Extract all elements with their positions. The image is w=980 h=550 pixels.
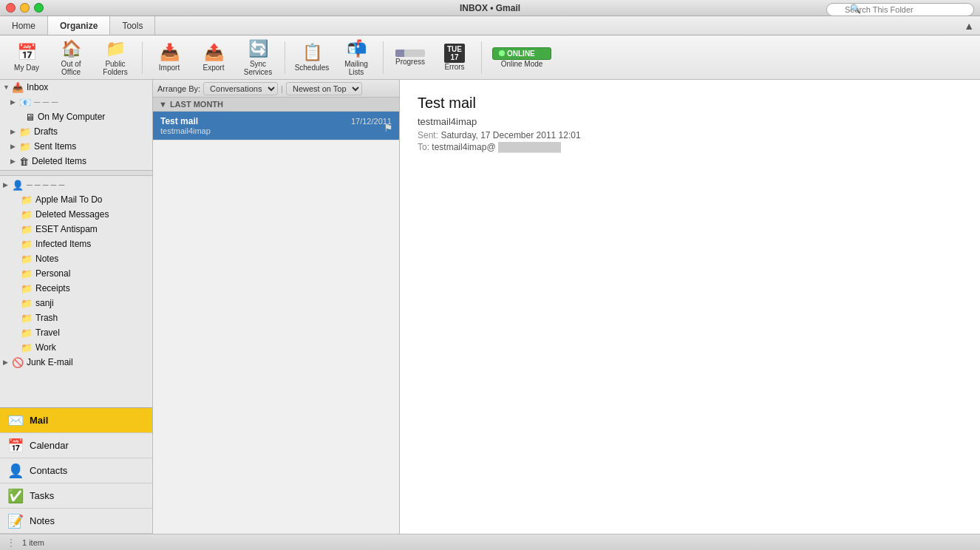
- nav-tasks[interactable]: ✅ Tasks: [0, 483, 152, 509]
- ribbon-public-folders-label: Public Folders: [96, 60, 135, 76]
- maximize-button[interactable]: [34, 3, 44, 13]
- ribbon-sync-services-button[interactable]: 🔄 Sync Services: [237, 38, 279, 77]
- group-label: ─ ─ ─ ─ ─: [27, 180, 64, 189]
- close-button[interactable]: [6, 3, 16, 13]
- nav-notes-label: Notes: [30, 515, 55, 526]
- collapse-ribbon-button[interactable]: ▲: [958, 16, 980, 35]
- nav-calendar[interactable]: 📅 Calendar: [0, 433, 152, 458]
- mail-nav-icon: ✉️: [7, 412, 24, 429]
- sidebar-item-notes-folder[interactable]: 📁 Notes: [0, 251, 152, 266]
- ribbon-import-label: Import: [159, 64, 180, 72]
- ribbon-sep-4: [481, 41, 482, 74]
- titlebar: INBOX • Gmail 🔍: [0, 0, 980, 16]
- notes-folder-label: Notes: [35, 254, 58, 264]
- sidebar-item-drafts[interactable]: ▶ 📁 Drafts: [0, 124, 152, 139]
- sidebar-item-infected[interactable]: 📁 Infected Items: [0, 237, 152, 251]
- message-item-1[interactable]: Test mail 17/12/2011 testmail4imap ⚑: [153, 112, 399, 140]
- export-icon: 📤: [204, 43, 224, 62]
- search-input[interactable]: [826, 3, 974, 16]
- ribbon: 📅 My Day 🏠 Out of Office 📁 Public Folder…: [0, 35, 980, 80]
- to-blurred: ██████████: [498, 142, 561, 152]
- preview-sent: Sent: Saturday, 17 December 2011 12:01: [418, 130, 962, 140]
- deleted-arrow: ▶: [10, 157, 18, 165]
- schedules-icon: 📋: [302, 43, 322, 62]
- inbox-icon: 📥: [12, 82, 24, 93]
- sidebar-item-deleted-items[interactable]: ▶ 🗑 Deleted Items: [0, 154, 152, 169]
- sidebar-item-exchange[interactable]: ▶ 📧 ─ ─ ─: [0, 95, 152, 109]
- inbox-arrow: ▼: [3, 84, 10, 91]
- sidebar-group-header[interactable]: ▶ 👤 ─ ─ ─ ─ ─: [0, 177, 152, 192]
- statusbar-grip-icon: ⋮: [6, 537, 16, 549]
- nav-mail[interactable]: ✉️ Mail: [0, 408, 152, 433]
- work-icon: 📁: [21, 342, 33, 353]
- search-bar: 🔍: [826, 3, 974, 16]
- deleted-items-label: Deleted Items: [32, 156, 86, 166]
- nav-tasks-label: Tasks: [30, 490, 54, 501]
- sidebar-item-apple-mail[interactable]: 📁 Apple Mail To Do: [0, 192, 152, 207]
- ribbon-my-day-label: My Day: [14, 64, 39, 72]
- group-icon: 👤: [12, 180, 24, 191]
- folder-group-separator: [0, 170, 152, 176]
- sidebar-item-on-my-computer[interactable]: 🖥 On My Computer: [0, 109, 152, 124]
- message-list-pane: Arrange By: Conversations | Newest on To…: [153, 80, 400, 534]
- ribbon-mailing-lists-button[interactable]: 📬 Mailing Lists: [336, 38, 377, 77]
- sidebar-item-deleted-messages[interactable]: 📁 Deleted Messages: [0, 207, 152, 222]
- sanji-icon: 📁: [21, 298, 33, 309]
- preview-to: To: testmail4imap@ ██████████: [418, 142, 962, 152]
- out-of-office-icon: 🏠: [61, 39, 81, 58]
- window-title: INBOX • Gmail: [460, 3, 520, 13]
- sidebar-item-eset[interactable]: 📁 ESET Antispam: [0, 222, 152, 237]
- ribbon-import-button[interactable]: 📥 Import: [149, 38, 190, 77]
- apple-mail-icon: 📁: [21, 194, 33, 206]
- statusbar: ⋮ 1 item: [0, 534, 980, 550]
- sidebar-item-junk[interactable]: ▶ 🚫 Junk E-mail: [0, 355, 152, 370]
- ribbon-my-day-button[interactable]: 📅 My Day: [6, 38, 47, 77]
- sidebar-item-inbox[interactable]: ▼ 📥 Inbox: [0, 80, 152, 95]
- drafts-arrow: ▶: [10, 128, 18, 135]
- ribbon-progress-button[interactable]: Progress: [389, 38, 431, 77]
- ribbon-sep-3: [383, 41, 384, 74]
- sidebar-item-receipts[interactable]: 📁 Receipts: [0, 281, 152, 296]
- arrange-by-select[interactable]: Conversations: [203, 82, 278, 95]
- receipts-icon: 📁: [21, 283, 33, 294]
- ribbon-errors-button[interactable]: TUE17 Errors: [434, 38, 475, 77]
- notes-folder-icon: 📁: [21, 254, 33, 265]
- junk-label: Junk E-mail: [27, 357, 73, 367]
- drafts-label: Drafts: [34, 126, 58, 137]
- sidebar-item-sent-items[interactable]: ▶ 📁 Sent Items: [0, 139, 152, 154]
- ribbon-export-button[interactable]: 📤 Export: [193, 38, 234, 77]
- ribbon-online-mode-button[interactable]: ONLINE Online Mode: [488, 38, 556, 77]
- travel-label: Travel: [35, 327, 60, 338]
- deleted-messages-label: Deleted Messages: [35, 209, 109, 220]
- sidebar-item-personal[interactable]: 📁 Personal: [0, 266, 152, 281]
- receipts-label: Receipts: [35, 283, 70, 293]
- sidebar-item-travel[interactable]: 📁 Travel: [0, 325, 152, 340]
- mailing-lists-icon: 📬: [347, 39, 367, 58]
- omc-icon: 🖥: [25, 112, 35, 123]
- tab-organize[interactable]: Organize: [48, 16, 110, 35]
- personal-label: Personal: [35, 268, 70, 279]
- nav-notes[interactable]: 📝 Notes: [0, 509, 152, 534]
- ribbon-schedules-button[interactable]: 📋 Schedules: [291, 38, 333, 77]
- ribbon-online-mode-label: Online Mode: [501, 60, 543, 68]
- toolbar-tabs: Home Organize Tools ▲: [0, 16, 980, 35]
- ribbon-out-of-office-label: Out of Office: [52, 60, 90, 76]
- ribbon-out-of-office-button[interactable]: 🏠 Out of Office: [50, 38, 92, 77]
- sort-order-select[interactable]: Newest on Top: [286, 82, 362, 95]
- tab-home[interactable]: Home: [0, 16, 48, 35]
- infected-icon: 📁: [21, 239, 33, 250]
- tab-tools[interactable]: Tools: [110, 16, 155, 35]
- sidebar-item-work[interactable]: 📁 Work: [0, 340, 152, 355]
- message-from: testmail4imap: [160, 126, 392, 135]
- sidebar-item-trash[interactable]: 📁 Trash: [0, 310, 152, 325]
- minimize-button[interactable]: [20, 3, 30, 13]
- work-label: Work: [35, 342, 56, 353]
- sidebar: ▼ 📥 Inbox ▶ 📧 ─ ─ ─ 🖥 On My Computer ▶ 📁: [0, 80, 153, 534]
- import-icon: 📥: [160, 43, 180, 62]
- statusbar-text: 1 item: [22, 538, 44, 547]
- sidebar-item-sanji[interactable]: 📁 sanji: [0, 296, 152, 310]
- folder-tree: ▼ 📥 Inbox ▶ 📧 ─ ─ ─ 🖥 On My Computer ▶ 📁: [0, 80, 152, 407]
- ribbon-public-folders-button[interactable]: 📁 Public Folders: [95, 38, 136, 77]
- online-dot: [499, 50, 505, 56]
- nav-contacts[interactable]: 👤 Contacts: [0, 458, 152, 483]
